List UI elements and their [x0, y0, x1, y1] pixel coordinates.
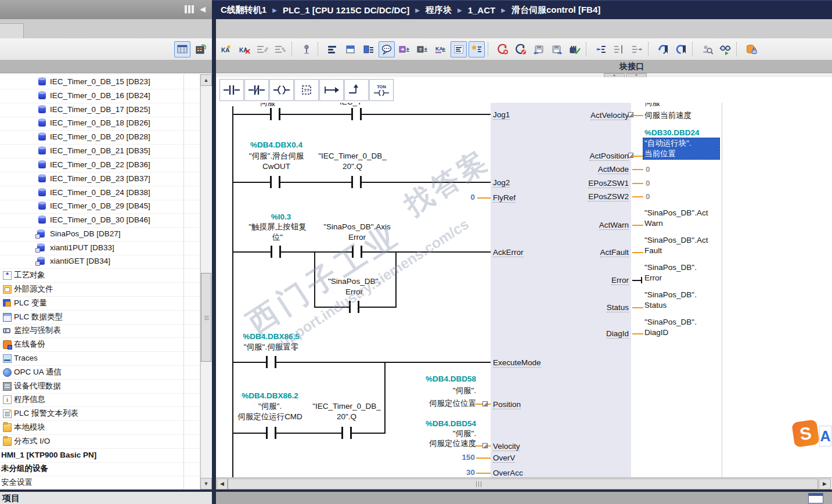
tree-item[interactable]: 监控与强制表: [0, 323, 200, 338]
contact-symbol[interactable]: [270, 108, 280, 120]
operand-name[interactable]: 20".Q: [343, 161, 362, 172]
tree-item[interactable]: PLC 报警文本列表: [0, 406, 200, 421]
tree-item[interactable]: i程序信息: [0, 393, 200, 407]
tree-item[interactable]: IEC_Timer_0_DB_24 [DB38]: [0, 186, 200, 200]
tree-item-hmi[interactable]: HMI_1 [KTP900 Basic PN]: [0, 448, 200, 463]
contact-symbol[interactable]: [351, 108, 362, 120]
scrollbar-thumb[interactable]: [228, 478, 818, 489]
favorite-coil-icon[interactable]: [269, 79, 294, 101]
operand-address[interactable]: %DB4.DBD54: [366, 419, 476, 429]
contact-symbol[interactable]: [266, 356, 276, 368]
tree-item[interactable]: Traces: [0, 351, 200, 366]
operand-name[interactable]: 20".Q: [337, 412, 356, 422]
fb-output-param[interactable]: ActPosition: [518, 151, 629, 161]
tree-scrollbar-thumb[interactable]: [201, 273, 211, 362]
tree-item[interactable]: IEC_Timer_0_DB_30 [DB46]: [0, 213, 200, 228]
output-value[interactable]: 0: [646, 178, 650, 189]
find-in-project-icon[interactable]: [699, 41, 715, 57]
absolute-operands-icon[interactable]: [451, 41, 467, 57]
operand-name[interactable]: "伺服".: [366, 386, 476, 396]
selected-operand[interactable]: "自动运行块".当前位置: [643, 138, 720, 160]
operand-name[interactable]: "触摸屏上按钮复: [248, 222, 306, 232]
operand-address[interactable]: %DB4.DBD58: [366, 374, 476, 384]
data-block-lock-icon[interactable]: [743, 41, 759, 57]
delete-network-icon[interactable]: KA: [236, 41, 253, 57]
tree-item[interactable]: IEC_Timer_0_DB_18 [DB26]: [0, 116, 200, 131]
network-overview-icon[interactable]: [325, 41, 341, 57]
operand-name[interactable]: "SinaPos_DB".: [328, 276, 380, 287]
fb-output-param[interactable]: EPosZSW2: [518, 192, 629, 202]
compile-icon[interactable]: [567, 41, 583, 57]
fb-output-param[interactable]: ActWarn: [518, 220, 629, 231]
operand-address[interactable]: %DB4.DBX0.4: [250, 140, 302, 150]
operand-name[interactable]: "伺服".伺服置零: [244, 342, 298, 352]
constant-value[interactable]: 30: [365, 467, 475, 478]
operand-address[interactable]: %I0.3: [271, 212, 291, 222]
operand-name[interactable]: Error: [348, 232, 366, 243]
tree-item[interactable]: *工艺对象: [0, 268, 200, 283]
pin-icon[interactable]: [298, 41, 315, 57]
modify-marker-icon[interactable]: [482, 443, 488, 448]
breadcrumb-project[interactable]: C线翻转机1: [221, 5, 266, 16]
fb-input-param[interactable]: OverV: [493, 453, 515, 463]
output-value[interactable]: 0: [646, 192, 650, 202]
properties-window-icon[interactable]: [808, 493, 823, 503]
tree-item[interactable]: IEC_Timer_0_DB_16 [DB24]: [0, 89, 200, 103]
operand-name[interactable]: 伺服当前速度: [644, 110, 691, 121]
insert-network-icon[interactable]: KA: [218, 41, 235, 57]
operand-name[interactable]: CwOUT: [262, 161, 290, 172]
modify-marker-icon[interactable]: [482, 401, 488, 406]
tree-item[interactable]: IEC_Timer_0_DB_17 [DB25]: [0, 103, 200, 117]
tree-item-security-settings[interactable]: 安全设置: [0, 476, 200, 489]
panel-tab[interactable]: [0, 23, 24, 39]
tree-item[interactable]: xiantiGET [DB34]: [0, 254, 200, 269]
favorite-empty-box-icon[interactable]: ??: [294, 79, 319, 101]
operand-name[interactable]: Error: [345, 287, 363, 297]
operand-address[interactable]: %DB4.DBX86.5: [243, 332, 300, 342]
insert-empty-box-icon[interactable]: ?±: [415, 41, 431, 57]
operand-name[interactable]: "SinaPos_DB".Status: [644, 290, 697, 311]
go-online-cancel-icon[interactable]: [495, 41, 511, 57]
operand-name[interactable]: "SinaPos_DB".ActWarn: [644, 208, 708, 229]
fb-input-param[interactable]: Position: [493, 399, 521, 410]
tree-item[interactable]: IEC_Timer_0_DB_22 [DB36]: [0, 158, 200, 172]
fb-input-param[interactable]: Velocity: [493, 441, 520, 452]
operand-name[interactable]: "SinaPos_DB".Error: [644, 262, 697, 283]
tree-item[interactable]: 分布式 I/O: [0, 434, 200, 449]
jump-position-icon[interactable]: [611, 41, 627, 57]
favorites-toggle-icon[interactable]: [469, 41, 485, 57]
fb-output-param[interactable]: Status: [518, 303, 629, 313]
fb-input-param[interactable]: ExecuteMode: [493, 358, 541, 368]
tree-item[interactable]: IEC_Timer_0_DB_21 [DB35]: [0, 144, 200, 159]
contact-symbol[interactable]: [349, 301, 359, 313]
tree-item[interactable]: OPC UA 通信: [0, 365, 200, 380]
project-section-bar[interactable]: 项目: [0, 492, 212, 504]
columns-icon[interactable]: [185, 5, 194, 13]
operand-name[interactable]: 伺服定位速度: [366, 438, 476, 449]
fb-output-param[interactable]: EPosZSW1: [518, 178, 629, 189]
fb-output-param[interactable]: ActMode: [518, 164, 629, 175]
scroll-up-icon[interactable]: ▲: [200, 74, 212, 86]
breadcrumb-plc[interactable]: PLC_1 [CPU 1215C DC/DC/DC]: [283, 5, 409, 15]
operand-name[interactable]: 伺服定位运行CMD: [237, 412, 302, 422]
fb-input-param[interactable]: FlyRef: [493, 193, 516, 203]
tree-item[interactable]: IEC_Timer_0_DB_20 [DB28]: [0, 130, 200, 145]
contact-symbol[interactable]: [351, 176, 362, 188]
operand-name[interactable]: "IEC_Timer_0_DB_: [318, 151, 387, 161]
operand-name[interactable]: "SinaPos_DB".DiagID: [644, 317, 697, 338]
operand-name[interactable]: "SinaPos_DB".Axis: [323, 222, 390, 232]
ladder-network-canvas[interactable]: 伺服 IEC_T "伺服" %DB4.DBX0.4 "伺服".滑台伺服 CwOU…: [216, 103, 832, 478]
favorite-branch-icon[interactable]: [319, 79, 344, 101]
breadcrumb-program-blocks[interactable]: 程序块: [426, 5, 452, 16]
collapse-panel-icon[interactable]: ◀: [200, 5, 206, 14]
edit-disabled-icon-2[interactable]: [272, 41, 289, 57]
go-offline-icon[interactable]: [513, 41, 529, 57]
favorite-ton-timer-icon[interactable]: TON: [369, 79, 394, 101]
tree-item[interactable]: PLC 变量: [0, 296, 200, 311]
tree-item[interactable]: 本地模块: [0, 420, 200, 435]
operand-name[interactable]: "伺服".: [258, 401, 282, 412]
contact-symbol[interactable]: [341, 427, 352, 439]
tree-item[interactable]: IEC_Timer_0_DB_29 [DB45]: [0, 199, 200, 214]
favorite-nc-contact-icon[interactable]: [244, 79, 269, 101]
scroll-down-icon[interactable]: ▼: [200, 478, 212, 489]
